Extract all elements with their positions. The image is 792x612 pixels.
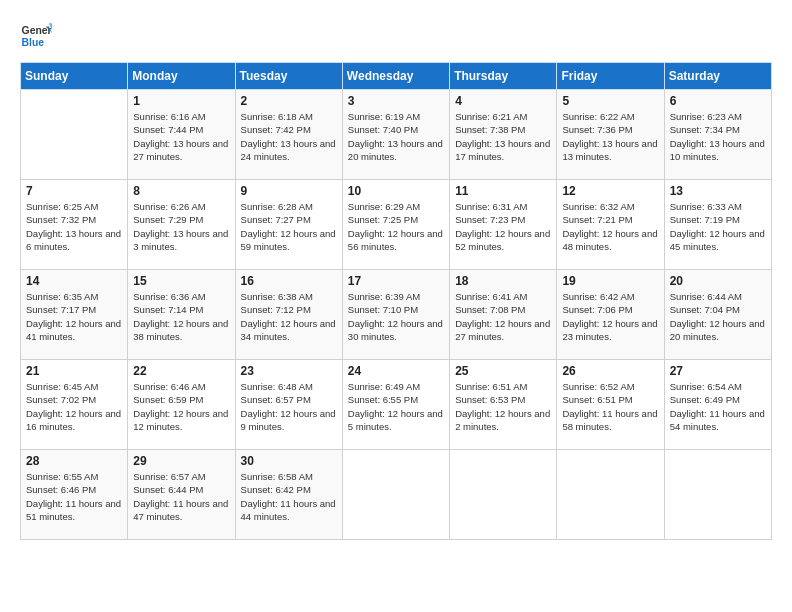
calendar-cell: 20Sunrise: 6:44 AMSunset: 7:04 PMDayligh… [664, 270, 771, 360]
calendar-cell: 11Sunrise: 6:31 AMSunset: 7:23 PMDayligh… [450, 180, 557, 270]
calendar-cell: 13Sunrise: 6:33 AMSunset: 7:19 PMDayligh… [664, 180, 771, 270]
day-info: Sunrise: 6:39 AMSunset: 7:10 PMDaylight:… [348, 290, 444, 343]
calendar-week-3: 14Sunrise: 6:35 AMSunset: 7:17 PMDayligh… [21, 270, 772, 360]
day-number: 8 [133, 184, 229, 198]
weekday-header-friday: Friday [557, 63, 664, 90]
calendar-cell: 15Sunrise: 6:36 AMSunset: 7:14 PMDayligh… [128, 270, 235, 360]
svg-text:Blue: Blue [22, 37, 45, 48]
day-number: 11 [455, 184, 551, 198]
calendar-cell: 17Sunrise: 6:39 AMSunset: 7:10 PMDayligh… [342, 270, 449, 360]
calendar-cell: 10Sunrise: 6:29 AMSunset: 7:25 PMDayligh… [342, 180, 449, 270]
calendar-cell: 1Sunrise: 6:16 AMSunset: 7:44 PMDaylight… [128, 90, 235, 180]
day-info: Sunrise: 6:25 AMSunset: 7:32 PMDaylight:… [26, 200, 122, 253]
day-number: 24 [348, 364, 444, 378]
day-number: 28 [26, 454, 122, 468]
day-info: Sunrise: 6:36 AMSunset: 7:14 PMDaylight:… [133, 290, 229, 343]
day-info: Sunrise: 6:52 AMSunset: 6:51 PMDaylight:… [562, 380, 658, 433]
day-info: Sunrise: 6:22 AMSunset: 7:36 PMDaylight:… [562, 110, 658, 163]
day-number: 3 [348, 94, 444, 108]
calendar-cell: 2Sunrise: 6:18 AMSunset: 7:42 PMDaylight… [235, 90, 342, 180]
day-number: 25 [455, 364, 551, 378]
calendar-cell: 29Sunrise: 6:57 AMSunset: 6:44 PMDayligh… [128, 450, 235, 540]
day-info: Sunrise: 6:44 AMSunset: 7:04 PMDaylight:… [670, 290, 766, 343]
day-number: 13 [670, 184, 766, 198]
day-number: 10 [348, 184, 444, 198]
calendar-cell: 8Sunrise: 6:26 AMSunset: 7:29 PMDaylight… [128, 180, 235, 270]
calendar-cell: 16Sunrise: 6:38 AMSunset: 7:12 PMDayligh… [235, 270, 342, 360]
calendar-body: 1Sunrise: 6:16 AMSunset: 7:44 PMDaylight… [21, 90, 772, 540]
day-number: 20 [670, 274, 766, 288]
day-number: 16 [241, 274, 337, 288]
day-info: Sunrise: 6:42 AMSunset: 7:06 PMDaylight:… [562, 290, 658, 343]
calendar-cell: 12Sunrise: 6:32 AMSunset: 7:21 PMDayligh… [557, 180, 664, 270]
day-info: Sunrise: 6:29 AMSunset: 7:25 PMDaylight:… [348, 200, 444, 253]
calendar-cell: 26Sunrise: 6:52 AMSunset: 6:51 PMDayligh… [557, 360, 664, 450]
day-info: Sunrise: 6:23 AMSunset: 7:34 PMDaylight:… [670, 110, 766, 163]
calendar-cell [21, 90, 128, 180]
calendar-table: SundayMondayTuesdayWednesdayThursdayFrid… [20, 62, 772, 540]
day-info: Sunrise: 6:28 AMSunset: 7:27 PMDaylight:… [241, 200, 337, 253]
calendar-cell: 6Sunrise: 6:23 AMSunset: 7:34 PMDaylight… [664, 90, 771, 180]
day-info: Sunrise: 6:16 AMSunset: 7:44 PMDaylight:… [133, 110, 229, 163]
calendar-week-2: 7Sunrise: 6:25 AMSunset: 7:32 PMDaylight… [21, 180, 772, 270]
day-number: 1 [133, 94, 229, 108]
day-number: 12 [562, 184, 658, 198]
calendar-cell: 27Sunrise: 6:54 AMSunset: 6:49 PMDayligh… [664, 360, 771, 450]
day-number: 17 [348, 274, 444, 288]
weekday-header-thursday: Thursday [450, 63, 557, 90]
calendar-cell: 25Sunrise: 6:51 AMSunset: 6:53 PMDayligh… [450, 360, 557, 450]
calendar-cell: 18Sunrise: 6:41 AMSunset: 7:08 PMDayligh… [450, 270, 557, 360]
calendar-cell: 4Sunrise: 6:21 AMSunset: 7:38 PMDaylight… [450, 90, 557, 180]
day-number: 2 [241, 94, 337, 108]
calendar-cell: 30Sunrise: 6:58 AMSunset: 6:42 PMDayligh… [235, 450, 342, 540]
day-number: 15 [133, 274, 229, 288]
day-info: Sunrise: 6:51 AMSunset: 6:53 PMDaylight:… [455, 380, 551, 433]
calendar-cell: 28Sunrise: 6:55 AMSunset: 6:46 PMDayligh… [21, 450, 128, 540]
day-info: Sunrise: 6:32 AMSunset: 7:21 PMDaylight:… [562, 200, 658, 253]
day-info: Sunrise: 6:31 AMSunset: 7:23 PMDaylight:… [455, 200, 551, 253]
day-info: Sunrise: 6:21 AMSunset: 7:38 PMDaylight:… [455, 110, 551, 163]
day-number: 14 [26, 274, 122, 288]
day-info: Sunrise: 6:41 AMSunset: 7:08 PMDaylight:… [455, 290, 551, 343]
day-number: 7 [26, 184, 122, 198]
day-number: 18 [455, 274, 551, 288]
calendar-cell [342, 450, 449, 540]
day-info: Sunrise: 6:49 AMSunset: 6:55 PMDaylight:… [348, 380, 444, 433]
calendar-cell: 5Sunrise: 6:22 AMSunset: 7:36 PMDaylight… [557, 90, 664, 180]
day-number: 6 [670, 94, 766, 108]
day-info: Sunrise: 6:57 AMSunset: 6:44 PMDaylight:… [133, 470, 229, 523]
logo-icon: General Blue [20, 20, 52, 52]
day-info: Sunrise: 6:45 AMSunset: 7:02 PMDaylight:… [26, 380, 122, 433]
calendar-week-5: 28Sunrise: 6:55 AMSunset: 6:46 PMDayligh… [21, 450, 772, 540]
calendar-week-1: 1Sunrise: 6:16 AMSunset: 7:44 PMDaylight… [21, 90, 772, 180]
day-number: 29 [133, 454, 229, 468]
calendar-cell: 3Sunrise: 6:19 AMSunset: 7:40 PMDaylight… [342, 90, 449, 180]
calendar-week-4: 21Sunrise: 6:45 AMSunset: 7:02 PMDayligh… [21, 360, 772, 450]
day-number: 22 [133, 364, 229, 378]
calendar-cell: 21Sunrise: 6:45 AMSunset: 7:02 PMDayligh… [21, 360, 128, 450]
calendar-cell: 22Sunrise: 6:46 AMSunset: 6:59 PMDayligh… [128, 360, 235, 450]
weekday-header-sunday: Sunday [21, 63, 128, 90]
day-info: Sunrise: 6:54 AMSunset: 6:49 PMDaylight:… [670, 380, 766, 433]
weekday-header-wednesday: Wednesday [342, 63, 449, 90]
weekday-header-row: SundayMondayTuesdayWednesdayThursdayFrid… [21, 63, 772, 90]
day-number: 26 [562, 364, 658, 378]
day-info: Sunrise: 6:19 AMSunset: 7:40 PMDaylight:… [348, 110, 444, 163]
logo: General Blue [20, 20, 56, 52]
day-number: 21 [26, 364, 122, 378]
day-number: 23 [241, 364, 337, 378]
calendar-cell: 9Sunrise: 6:28 AMSunset: 7:27 PMDaylight… [235, 180, 342, 270]
weekday-header-tuesday: Tuesday [235, 63, 342, 90]
day-number: 19 [562, 274, 658, 288]
day-info: Sunrise: 6:46 AMSunset: 6:59 PMDaylight:… [133, 380, 229, 433]
weekday-header-saturday: Saturday [664, 63, 771, 90]
day-info: Sunrise: 6:33 AMSunset: 7:19 PMDaylight:… [670, 200, 766, 253]
day-info: Sunrise: 6:58 AMSunset: 6:42 PMDaylight:… [241, 470, 337, 523]
calendar-cell: 23Sunrise: 6:48 AMSunset: 6:57 PMDayligh… [235, 360, 342, 450]
calendar-cell: 14Sunrise: 6:35 AMSunset: 7:17 PMDayligh… [21, 270, 128, 360]
calendar-cell [664, 450, 771, 540]
calendar-cell: 19Sunrise: 6:42 AMSunset: 7:06 PMDayligh… [557, 270, 664, 360]
day-number: 4 [455, 94, 551, 108]
day-number: 27 [670, 364, 766, 378]
day-info: Sunrise: 6:26 AMSunset: 7:29 PMDaylight:… [133, 200, 229, 253]
